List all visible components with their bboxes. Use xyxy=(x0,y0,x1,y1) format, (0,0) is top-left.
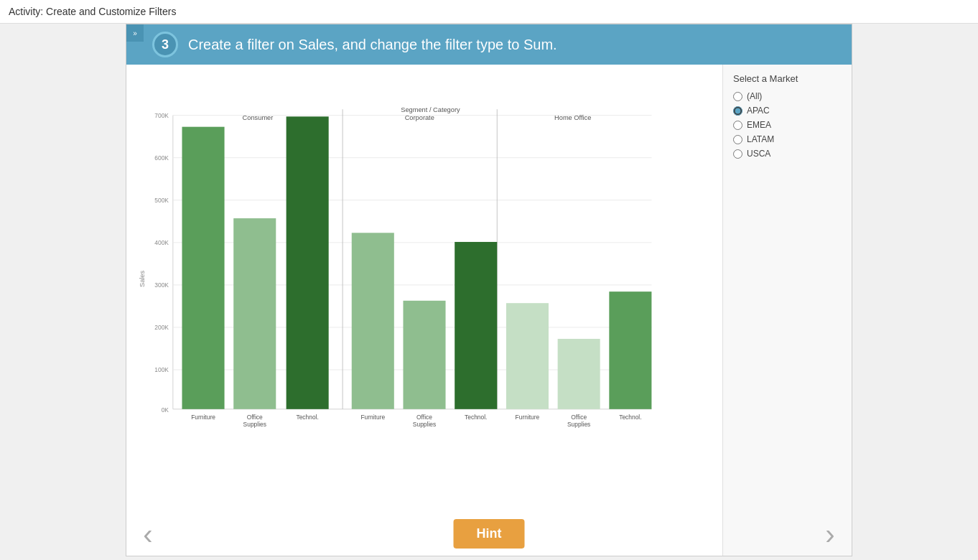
collapse-button[interactable]: » xyxy=(126,24,144,42)
svg-text:Technol.: Technol. xyxy=(619,414,641,421)
page-title: Activity: Create and Customize Filters xyxy=(0,0,978,24)
bar-consumer-furniture[interactable] xyxy=(182,127,225,409)
svg-text:600K: 600K xyxy=(154,154,169,162)
bar-corp-office[interactable] xyxy=(403,301,445,409)
step-instruction: Create a filter on Sales, and change the… xyxy=(188,37,557,53)
svg-text:Office: Office xyxy=(416,414,432,421)
market-option-latam[interactable]: LATAM xyxy=(733,134,842,144)
step-header: » 3 Create a filter on Sales, and change… xyxy=(126,24,852,65)
svg-text:Home Office: Home Office xyxy=(554,114,591,121)
hint-button[interactable]: Hint xyxy=(454,519,525,549)
svg-text:Supplies: Supplies xyxy=(243,421,266,428)
chart-svg: Sales 700K 600K 500K 400K 300K 200K xyxy=(134,72,715,474)
sidebar: Select a Market (All) APAC EMEA LATAM US… xyxy=(722,65,852,556)
svg-text:Office: Office xyxy=(571,414,587,421)
svg-text:200K: 200K xyxy=(154,324,169,331)
svg-text:700K: 700K xyxy=(154,112,169,119)
chart-container: Sales 700K 600K 500K 400K 300K 200K xyxy=(126,65,722,556)
market-option-emea[interactable]: EMEA xyxy=(733,120,842,130)
market-option-usca[interactable]: USCA xyxy=(733,149,842,159)
bar-home-tech[interactable] xyxy=(609,291,651,409)
svg-text:Furniture: Furniture xyxy=(360,414,385,421)
svg-text:500K: 500K xyxy=(154,197,169,204)
svg-text:Furniture: Furniture xyxy=(516,414,540,421)
svg-text:Segment / Category: Segment / Category xyxy=(401,106,460,113)
svg-text:Technol.: Technol. xyxy=(465,414,487,421)
market-filter: (All) APAC EMEA LATAM USCA xyxy=(733,91,842,159)
svg-text:Supplies: Supplies xyxy=(567,421,590,428)
next-button[interactable]: › xyxy=(816,520,844,549)
svg-text:0K: 0K xyxy=(162,406,169,414)
bar-consumer-office[interactable] xyxy=(233,218,276,409)
svg-text:300K: 300K xyxy=(154,281,169,289)
content-area: Sales 700K 600K 500K 400K 300K 200K xyxy=(126,65,852,556)
step-number: 3 xyxy=(152,32,178,57)
sidebar-title: Select a Market xyxy=(733,73,842,84)
bar-home-office[interactable] xyxy=(558,339,600,409)
prev-button[interactable]: ‹ xyxy=(134,520,162,549)
svg-text:Technol.: Technol. xyxy=(296,414,318,421)
bar-consumer-tech[interactable] xyxy=(287,116,329,409)
svg-text:Furniture: Furniture xyxy=(191,414,215,421)
bar-home-furniture[interactable] xyxy=(506,303,549,409)
y-axis-label: Sales xyxy=(139,270,146,287)
svg-text:Office: Office xyxy=(247,414,263,421)
svg-text:Supplies: Supplies xyxy=(413,421,436,428)
bar-corp-furniture[interactable] xyxy=(352,233,394,409)
market-option-apac[interactable]: APAC xyxy=(733,106,842,116)
svg-text:Consumer: Consumer xyxy=(243,114,274,121)
svg-text:100K: 100K xyxy=(154,366,169,373)
svg-text:400K: 400K xyxy=(154,239,169,246)
svg-text:Corporate: Corporate xyxy=(405,114,434,121)
bar-corp-tech[interactable] xyxy=(455,242,497,409)
market-option-all[interactable]: (All) xyxy=(733,91,842,101)
